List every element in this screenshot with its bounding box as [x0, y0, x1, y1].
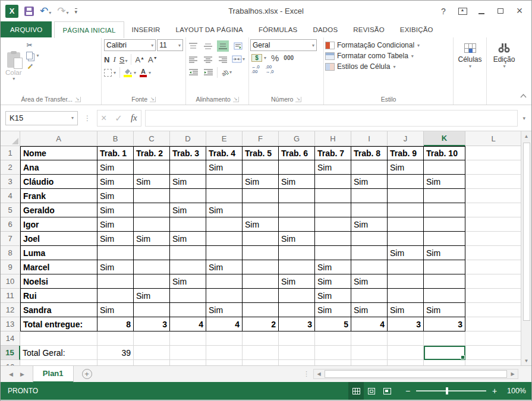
column-header-B[interactable]: B — [97, 131, 134, 146]
cell-E5[interactable]: Sim — [206, 203, 243, 217]
cell-K10[interactable] — [424, 274, 465, 289]
cell-F5[interactable] — [243, 203, 279, 217]
cell-A15[interactable]: Total Geral: — [20, 346, 97, 360]
ribbon-tab-inserir[interactable]: INSERIR — [124, 21, 168, 38]
column-header-I[interactable]: I — [351, 131, 388, 146]
cell-D2[interactable] — [170, 160, 206, 175]
cell-K11[interactable] — [424, 289, 465, 303]
cancel-icon[interactable]: × — [101, 113, 106, 124]
cell-L11[interactable] — [465, 289, 521, 303]
cell-E7[interactable] — [206, 232, 243, 246]
formula-bar-handle[interactable]: ⋮ — [81, 114, 93, 122]
cell-H2[interactable]: Sim — [315, 160, 351, 175]
cell-D15[interactable] — [170, 346, 206, 360]
font-dialog-launcher[interactable]: ↘ — [150, 97, 156, 102]
horizontal-scroll-thumb[interactable] — [325, 370, 507, 378]
cell-D12[interactable] — [170, 303, 206, 317]
cell-C5[interactable] — [134, 203, 170, 217]
enter-icon[interactable]: ✓ — [115, 113, 122, 124]
cell-H9[interactable]: Sim — [315, 260, 351, 274]
cell-K9[interactable] — [424, 260, 465, 274]
row-header-13[interactable]: 13 — [1, 317, 20, 331]
cell-C13[interactable]: 3 — [134, 317, 170, 331]
row-header-7[interactable]: 7 — [1, 232, 20, 246]
cell-C10[interactable] — [134, 274, 170, 289]
insert-function-icon[interactable]: fx — [131, 113, 137, 123]
cell-I7[interactable] — [351, 232, 388, 246]
italic-button[interactable]: I — [113, 55, 115, 64]
wrap-text-button[interactable] — [232, 40, 244, 52]
cell-L1[interactable] — [465, 146, 521, 160]
cell-F14[interactable] — [243, 331, 279, 346]
cell-E10[interactable] — [206, 274, 243, 289]
cell-H6[interactable] — [315, 217, 351, 232]
cell-L6[interactable] — [465, 217, 521, 232]
ribbon-tab-arquivo[interactable]: ARQUIVO — [1, 21, 52, 38]
align-center-button[interactable] — [202, 53, 214, 65]
cell-K3[interactable]: Sim — [424, 175, 465, 189]
cell-E15[interactable] — [206, 346, 243, 360]
increase-indent-button[interactable] — [202, 67, 214, 78]
cell-C3[interactable]: Sim — [134, 175, 170, 189]
ribbon-tab-fórmulas[interactable]: FÓRMULAS — [251, 21, 306, 38]
comma-style-button[interactable]: 000 — [284, 55, 294, 61]
cell-G5[interactable] — [279, 203, 315, 217]
cell-A4[interactable]: Frank — [20, 189, 97, 203]
cell-I13[interactable]: 4 — [351, 317, 388, 331]
borders-button[interactable]: ▾ — [104, 69, 116, 77]
align-middle-button[interactable] — [202, 40, 214, 52]
cell-E11[interactable] — [206, 289, 243, 303]
cell-C4[interactable] — [134, 189, 170, 203]
cell-L3[interactable] — [465, 175, 521, 189]
font-name-select[interactable]: Calibri▾ — [104, 39, 156, 51]
sheet-tab-plan1[interactable]: Plan1 — [33, 366, 74, 383]
decrease-font-button[interactable]: A▼ — [148, 55, 158, 64]
cell-K5[interactable] — [424, 203, 465, 217]
cell-B1[interactable]: Trab. 1 — [97, 146, 134, 160]
name-box[interactable]: K15 ▾ — [5, 111, 78, 125]
cell-I5[interactable] — [351, 203, 388, 217]
cell-B8[interactable] — [97, 246, 134, 260]
cell-H7[interactable] — [315, 232, 351, 246]
cell-A7[interactable]: Joel — [20, 232, 97, 246]
cell-D8[interactable] — [170, 246, 206, 260]
zoom-slider-thumb[interactable] — [446, 387, 448, 394]
cell-A11[interactable]: Rui — [20, 289, 97, 303]
cell-E2[interactable]: Sim — [206, 160, 243, 175]
cell-J4[interactable] — [388, 189, 424, 203]
cell-F9[interactable] — [243, 260, 279, 274]
save-icon[interactable] — [24, 7, 34, 16]
align-bottom-button[interactable] — [217, 40, 229, 52]
cell-H8[interactable] — [315, 246, 351, 260]
cut-button[interactable]: ✂ — [26, 42, 39, 49]
cell-C12[interactable] — [134, 303, 170, 317]
next-sheet-icon[interactable]: ▶ — [20, 371, 24, 377]
cell-L9[interactable] — [465, 260, 521, 274]
alignment-dialog-launcher[interactable]: ↘ — [233, 97, 239, 102]
cell-B2[interactable]: Sim — [97, 160, 134, 175]
column-header-L[interactable]: L — [465, 131, 521, 146]
cell-G2[interactable] — [279, 160, 315, 175]
ribbon-tab-página-inicial[interactable]: PÁGINA INICIAL — [54, 21, 124, 38]
cell-D14[interactable] — [170, 331, 206, 346]
cell-B13[interactable]: 8 — [97, 317, 134, 331]
cell-E8[interactable] — [206, 246, 243, 260]
ribbon-tab-exibição[interactable]: EXIBIÇÃO — [392, 21, 441, 38]
cell-D9[interactable] — [170, 260, 206, 274]
tab-split-handle[interactable]: ⋮ — [303, 370, 313, 378]
cell-I12[interactable]: Sim — [351, 303, 388, 317]
cell-H1[interactable]: Trab. 7 — [315, 146, 351, 160]
cell-B11[interactable] — [97, 289, 134, 303]
bold-button[interactable]: N — [104, 55, 109, 64]
cell-K8[interactable]: Sim — [424, 246, 465, 260]
column-header-G[interactable]: G — [279, 131, 315, 146]
cell-H11[interactable]: Sim — [315, 289, 351, 303]
cell-E3[interactable] — [206, 175, 243, 189]
column-header-A[interactable]: A — [20, 131, 97, 146]
cell-H4[interactable] — [315, 189, 351, 203]
vertical-scroll-thumb[interactable] — [523, 143, 530, 321]
cell-A2[interactable]: Ana — [20, 160, 97, 175]
font-color-button[interactable]: A ▾ — [140, 68, 151, 77]
cell-F6[interactable]: Sim — [243, 217, 279, 232]
customize-qat-button[interactable]: ▾ — [75, 8, 78, 14]
